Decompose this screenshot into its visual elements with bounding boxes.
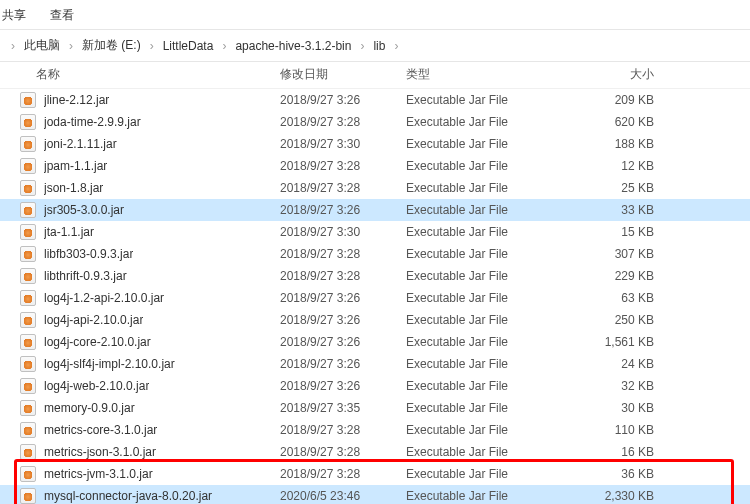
breadcrumb-item[interactable]: apache-hive-3.1.2-bin — [231, 39, 355, 53]
cell-size: 188 KB — [570, 133, 710, 155]
cell-date: 2018/9/27 3:28 — [280, 265, 406, 287]
toolbar-share[interactable]: 共享 — [2, 7, 26, 24]
jar-file-icon — [20, 268, 36, 284]
jar-file-icon — [20, 378, 36, 394]
cell-type: Executable Jar File — [406, 353, 570, 375]
file-name: log4j-api-2.10.0.jar — [44, 309, 143, 331]
jar-file-icon — [20, 422, 36, 438]
jar-file-icon — [20, 92, 36, 108]
header-name[interactable]: 名称 — [0, 66, 280, 83]
cell-size: 229 KB — [570, 265, 710, 287]
breadcrumb-item[interactable]: LittleData — [159, 39, 218, 53]
chevron-right-icon: › — [355, 39, 369, 53]
jar-file-icon — [20, 224, 36, 240]
table-row[interactable]: metrics-jvm-3.1.0.jar2018/9/27 3:28Execu… — [0, 463, 750, 485]
jar-file-icon — [20, 400, 36, 416]
chevron-right-icon: › — [217, 39, 231, 53]
cell-name: json-1.8.jar — [0, 177, 280, 199]
breadcrumb-item[interactable]: 此电脑 — [20, 37, 64, 54]
file-name: libthrift-0.9.3.jar — [44, 265, 127, 287]
table-row[interactable]: log4j-slf4j-impl-2.10.0.jar2018/9/27 3:2… — [0, 353, 750, 375]
table-row[interactable]: jsr305-3.0.0.jar2018/9/27 3:26Executable… — [0, 199, 750, 221]
table-row[interactable]: log4j-1.2-api-2.10.0.jar2018/9/27 3:26Ex… — [0, 287, 750, 309]
table-row[interactable]: jpam-1.1.jar2018/9/27 3:28Executable Jar… — [0, 155, 750, 177]
cell-size: 12 KB — [570, 155, 710, 177]
cell-name: mysql-connector-java-8.0.20.jar — [0, 485, 280, 504]
table-row[interactable]: libthrift-0.9.3.jar2018/9/27 3:28Executa… — [0, 265, 750, 287]
breadcrumb-item[interactable]: 新加卷 (E:) — [78, 37, 145, 54]
file-name: jsr305-3.0.0.jar — [44, 199, 124, 221]
file-name: json-1.8.jar — [44, 177, 103, 199]
file-name: metrics-json-3.1.0.jar — [44, 441, 156, 463]
cell-name: jpam-1.1.jar — [0, 155, 280, 177]
cell-size: 209 KB — [570, 89, 710, 111]
cell-date: 2018/9/27 3:28 — [280, 243, 406, 265]
cell-size: 2,330 KB — [570, 485, 710, 504]
cell-type: Executable Jar File — [406, 397, 570, 419]
breadcrumb[interactable]: ›此电脑›新加卷 (E:)›LittleData›apache-hive-3.1… — [0, 30, 750, 62]
cell-size: 32 KB — [570, 375, 710, 397]
table-row[interactable]: metrics-core-3.1.0.jar2018/9/27 3:28Exec… — [0, 419, 750, 441]
file-name: log4j-slf4j-impl-2.10.0.jar — [44, 353, 175, 375]
cell-date: 2020/6/5 23:46 — [280, 485, 406, 504]
cell-name: libthrift-0.9.3.jar — [0, 265, 280, 287]
toolbar: 共享 查看 — [0, 0, 750, 30]
file-name: log4j-1.2-api-2.10.0.jar — [44, 287, 164, 309]
cell-size: 250 KB — [570, 309, 710, 331]
cell-type: Executable Jar File — [406, 309, 570, 331]
cell-type: Executable Jar File — [406, 243, 570, 265]
chevron-right-icon: › — [6, 39, 20, 53]
cell-date: 2018/9/27 3:28 — [280, 155, 406, 177]
cell-date: 2018/9/27 3:28 — [280, 177, 406, 199]
table-row[interactable]: jta-1.1.jar2018/9/27 3:30Executable Jar … — [0, 221, 750, 243]
table-row[interactable]: mysql-connector-java-8.0.20.jar2020/6/5 … — [0, 485, 750, 504]
table-row[interactable]: metrics-json-3.1.0.jar2018/9/27 3:28Exec… — [0, 441, 750, 463]
table-row[interactable]: jline-2.12.jar2018/9/27 3:26Executable J… — [0, 89, 750, 111]
cell-date: 2018/9/27 3:28 — [280, 441, 406, 463]
cell-name: jline-2.12.jar — [0, 89, 280, 111]
cell-size: 1,561 KB — [570, 331, 710, 353]
table-row[interactable]: joni-2.1.11.jar2018/9/27 3:30Executable … — [0, 133, 750, 155]
cell-size: 110 KB — [570, 419, 710, 441]
file-name: metrics-core-3.1.0.jar — [44, 419, 157, 441]
cell-name: joni-2.1.11.jar — [0, 133, 280, 155]
cell-date: 2018/9/27 3:26 — [280, 375, 406, 397]
toolbar-view[interactable]: 查看 — [50, 7, 74, 24]
cell-size: 16 KB — [570, 441, 710, 463]
chevron-right-icon: › — [145, 39, 159, 53]
chevron-right-icon: › — [389, 39, 403, 53]
file-name: jline-2.12.jar — [44, 89, 109, 111]
breadcrumb-item[interactable]: lib — [369, 39, 389, 53]
cell-size: 15 KB — [570, 221, 710, 243]
cell-type: Executable Jar File — [406, 441, 570, 463]
jar-file-icon — [20, 290, 36, 306]
cell-date: 2018/9/27 3:30 — [280, 133, 406, 155]
table-row[interactable]: log4j-core-2.10.0.jar2018/9/27 3:26Execu… — [0, 331, 750, 353]
cell-size: 25 KB — [570, 177, 710, 199]
cell-name: joda-time-2.9.9.jar — [0, 111, 280, 133]
cell-name: libfb303-0.9.3.jar — [0, 243, 280, 265]
table-row[interactable]: log4j-web-2.10.0.jar2018/9/27 3:26Execut… — [0, 375, 750, 397]
cell-type: Executable Jar File — [406, 485, 570, 504]
jar-file-icon — [20, 312, 36, 328]
cell-type: Executable Jar File — [406, 419, 570, 441]
table-row[interactable]: log4j-api-2.10.0.jar2018/9/27 3:26Execut… — [0, 309, 750, 331]
table-row[interactable]: json-1.8.jar2018/9/27 3:28Executable Jar… — [0, 177, 750, 199]
header-date[interactable]: 修改日期 — [280, 66, 406, 83]
table-row[interactable]: memory-0.9.0.jar2018/9/27 3:35Executable… — [0, 397, 750, 419]
file-name: joda-time-2.9.9.jar — [44, 111, 141, 133]
cell-date: 2018/9/27 3:26 — [280, 89, 406, 111]
table-row[interactable]: joda-time-2.9.9.jar2018/9/27 3:28Executa… — [0, 111, 750, 133]
cell-date: 2018/9/27 3:26 — [280, 287, 406, 309]
jar-file-icon — [20, 136, 36, 152]
table-row[interactable]: libfb303-0.9.3.jar2018/9/27 3:28Executab… — [0, 243, 750, 265]
jar-file-icon — [20, 180, 36, 196]
cell-name: metrics-jvm-3.1.0.jar — [0, 463, 280, 485]
file-name: libfb303-0.9.3.jar — [44, 243, 133, 265]
cell-type: Executable Jar File — [406, 463, 570, 485]
header-type[interactable]: 类型 — [406, 66, 570, 83]
header-size[interactable]: 大小 — [570, 66, 710, 83]
cell-size: 620 KB — [570, 111, 710, 133]
cell-name: memory-0.9.0.jar — [0, 397, 280, 419]
cell-name: jsr305-3.0.0.jar — [0, 199, 280, 221]
